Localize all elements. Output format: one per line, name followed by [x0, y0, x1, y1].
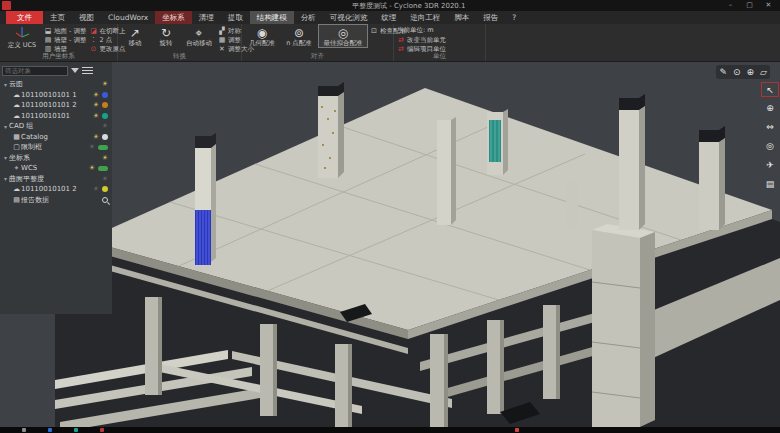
tree-item-report-data[interactable]: ▤报告数据 [2, 195, 110, 206]
tab-view[interactable]: 视图 [72, 11, 101, 24]
cloud-icon: ☁ [12, 91, 21, 99]
wall-icon: ▤ [44, 36, 52, 44]
crosshair-icon: ⌖ [183, 26, 215, 40]
visibility-bulb-icon[interactable]: ☀ [93, 101, 99, 109]
visibility-bulb-icon[interactable]: ☀ [102, 175, 108, 183]
viewpoint-icon[interactable]: ▤ [761, 177, 779, 192]
fit-width-icon[interactable]: ⇔ [761, 120, 779, 135]
ucs-ground-adjust-button[interactable]: ⬓地面 - 调整 [44, 27, 86, 35]
color-swatch[interactable] [102, 92, 108, 98]
change-current-unit-button[interactable]: ⇄改变当前单元 [397, 36, 446, 44]
tab-visualization[interactable]: 可视化浏览 [323, 11, 375, 24]
adjust-icon: ▦ [218, 36, 226, 44]
taskbar-icon[interactable] [48, 428, 52, 432]
color-swatch[interactable] [102, 113, 108, 119]
ucs-wall-adjust-button[interactable]: ▤墙壁 - 调整 [44, 36, 86, 44]
tab-analysis[interactable]: 分析 [294, 11, 323, 24]
visibility-bulb-icon[interactable]: ☀ [102, 80, 108, 88]
visibility-bulb-icon[interactable]: ☀ [89, 164, 95, 172]
tab-home[interactable]: 主页 [43, 11, 72, 24]
tree-item-limit-box[interactable]: ▢限制框☀ [2, 142, 110, 153]
define-ucs-button[interactable]: 定义 UCS [3, 25, 41, 49]
tab-clean[interactable]: 清理 [192, 11, 221, 24]
app-icon[interactable] [2, 1, 11, 10]
tag-icon[interactable]: ▱ [760, 66, 767, 78]
tree-group-coordinate-systems[interactable]: ▾坐标系☀ [2, 153, 110, 164]
orbit-icon[interactable]: ◎ [761, 139, 779, 154]
tree-item-wcs[interactable]: ⌖WCS☀ [2, 163, 110, 174]
visibility-bulb-icon[interactable]: ☀ [93, 185, 99, 193]
visibility-bulb-icon[interactable]: ☀ [93, 91, 99, 99]
move-button[interactable]: ↗移动 [121, 25, 149, 47]
sketch-icon[interactable]: ✎ [719, 66, 727, 78]
visibility-bulb-icon[interactable]: ☀ [93, 112, 99, 120]
best-fit-registration-button[interactable]: ◎最佳拟合配准 [319, 25, 367, 47]
filter-icon[interactable] [71, 68, 79, 73]
ribbon: 定义 UCS ⬓地面 - 调整 ▤墙壁 - 调整 ▥墙壁 ◪在切断上 ⁚2 点 … [0, 24, 780, 62]
object-tree-panel: ▾云图☀ ☁10110010101 1☀ ☁10110010101 2☀ ☁10… [0, 62, 112, 314]
object-tree: ▾云图☀ ☁10110010101 1☀ ☁10110010101 2☀ ☁10… [2, 79, 110, 205]
viewport-tool-strip: ↖ ⊕ ⇔ ◎ ✈ ▤ [761, 82, 779, 192]
ribbon-group-transform: ↗移动 ↻旋转 ⌖自动移动 ▞对称 ▦调整 ✕调整大小 转换 [118, 24, 242, 61]
n-point-registration-button[interactable]: ⊚n 点配准 [282, 25, 316, 47]
auto-move-button[interactable]: ⌖自动移动 [183, 25, 215, 47]
section-icon: ◪ [89, 27, 97, 35]
select-cursor-icon[interactable]: ↖ [761, 82, 779, 97]
taskbar-icon[interactable] [74, 428, 78, 432]
tab-help[interactable]: ? [505, 11, 523, 24]
toggle-pill[interactable] [98, 166, 108, 171]
axis-icon: ⌖ [12, 164, 21, 172]
toggle-pill[interactable] [98, 145, 108, 150]
tab-file[interactable]: 文件 [6, 11, 43, 24]
ground-icon: ⬓ [44, 27, 52, 35]
tab-report[interactable]: 报告 [476, 11, 505, 24]
tab-coordinate-system[interactable]: 坐标系 [155, 11, 192, 24]
tree-group-surface-flatness[interactable]: ▾曲面平整度☀ [2, 174, 110, 185]
move-arrow-icon: ↗ [121, 26, 149, 40]
tab-cloudworx[interactable]: CloudWorx [101, 11, 155, 24]
tree-item-cloud-4[interactable]: ☁10110010101 2☀ [2, 184, 110, 195]
tab-texture[interactable]: 纹理 [374, 11, 403, 24]
color-swatch[interactable] [102, 186, 108, 192]
tab-extract[interactable]: 提取 [221, 11, 250, 24]
visibility-bulb-icon[interactable]: ☀ [93, 133, 99, 141]
tree-group-cad[interactable]: ▾CAD 组☀ [2, 121, 110, 132]
group-label-transform: 转换 [118, 52, 241, 61]
measure-point-icon[interactable]: ⊕ [747, 66, 755, 78]
fly-mode-icon[interactable]: ✈ [761, 158, 779, 173]
tab-structure-modeling[interactable]: 结构建模 [250, 11, 294, 24]
tab-reverse-engineering[interactable]: 逆向工程 [403, 11, 447, 24]
color-swatch[interactable] [102, 102, 108, 108]
box-icon: ▢ [12, 143, 21, 151]
tree-item-cloud-2[interactable]: ☁10110010101 2☀ [2, 100, 110, 111]
magnifier-icon[interactable] [102, 197, 108, 203]
visibility-bulb-icon[interactable]: ☀ [102, 154, 108, 162]
ribbon-group-ucs: 定义 UCS ⬓地面 - 调整 ▤墙壁 - 调整 ▥墙壁 ◪在切断上 ⁚2 点 … [0, 24, 118, 61]
minimize-button[interactable]: – [721, 0, 740, 11]
image-icon: ▦ [12, 133, 21, 141]
rotate-icon: ↻ [152, 26, 180, 40]
tree-item-cloud-1[interactable]: ☁10110010101 1☀ [2, 90, 110, 101]
panel-menu-icon[interactable] [82, 67, 93, 75]
cloud-icon: ☁ [12, 101, 21, 109]
tree-item-catalog[interactable]: ▦Catalog☀ [2, 132, 110, 143]
rotate-button[interactable]: ↻旋转 [152, 25, 180, 47]
taskbar-icon[interactable] [100, 428, 104, 432]
visibility-bulb-icon[interactable]: ☀ [102, 122, 108, 130]
tab-script[interactable]: 脚本 [447, 11, 476, 24]
geo-registration-icon: ◉ [245, 26, 279, 40]
taskbar-icon[interactable] [515, 428, 519, 432]
color-swatch[interactable] [102, 134, 108, 140]
3d-viewport[interactable] [0, 62, 780, 427]
tree-group-clouds[interactable]: ▾云图☀ [2, 79, 110, 90]
geometric-registration-button[interactable]: ◉几何配准 [245, 25, 279, 47]
filter-objects-input[interactable] [2, 66, 68, 76]
axis-triad-icon [3, 26, 41, 42]
visibility-bulb-icon[interactable]: ☀ [89, 143, 95, 151]
pan-icon[interactable]: ⊕ [761, 101, 779, 116]
measure-circle-icon[interactable]: ⊙ [733, 66, 741, 78]
close-button[interactable]: ✕ [759, 0, 778, 11]
maximize-button[interactable]: ▢ [740, 0, 759, 11]
tree-item-cloud-3[interactable]: ☁10110010101☀ [2, 111, 110, 122]
taskbar-icon[interactable] [22, 428, 26, 432]
